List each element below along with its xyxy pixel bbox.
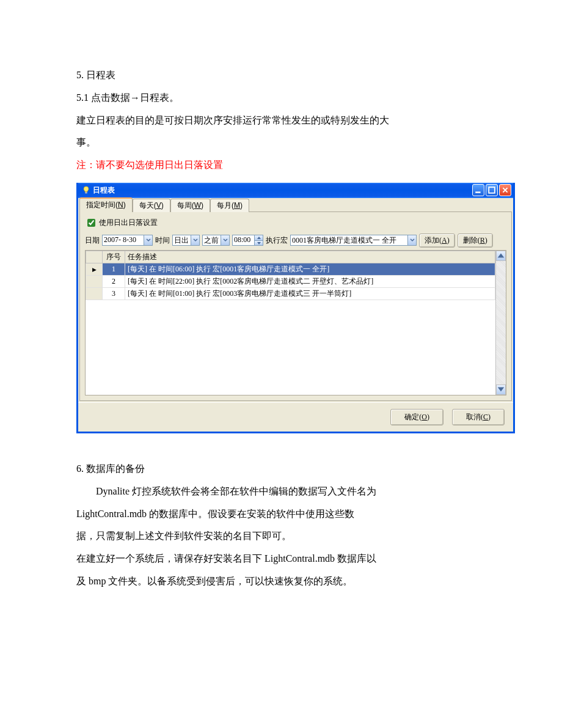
chevron-down-icon[interactable] — [407, 235, 417, 246]
tab-bar: 指定时间(N) 每天(V) 每周(W) 每月(M) — [78, 198, 513, 211]
heading-6: 6. 数据库的备份 — [76, 458, 489, 480]
spin-down-icon[interactable] — [254, 240, 263, 246]
row-indicator-icon — [86, 263, 103, 275]
svg-rect-1 — [475, 192, 480, 193]
section5-para1a: 建立日程表的目的是可按日期次序安排运行常常性发生的或特别发生的大 — [76, 109, 489, 132]
macro-select[interactable]: 0001客房电梯厅走道模式一 全开 — [290, 235, 417, 246]
spin-up-icon[interactable] — [254, 235, 263, 240]
col-desc[interactable]: 任务描述 — [125, 251, 495, 263]
section5-para1b: 事。 — [76, 131, 489, 154]
dialog-footer: 确定(O) 取消(C) — [78, 402, 513, 432]
vertical-scrollbar[interactable] — [495, 251, 506, 395]
date-picker[interactable]: 2007- 8-30 — [102, 235, 153, 246]
ok-button[interactable]: 确定(O) — [390, 409, 443, 425]
table-row[interactable]: 2 [每天] 在 时间[22:00] 执行 宏[0002客房电梯厅走道模式二 开… — [86, 275, 495, 287]
col-seq[interactable]: 序号 — [103, 251, 125, 263]
chevron-down-icon[interactable] — [191, 235, 200, 246]
tab-content: 使用日出日落设置 日期 2007- 8-30 时间 日出 之前 — [79, 211, 512, 401]
task-grid: 序号 任务描述 1 [每天] 在 时间[06:00] 执行 宏[0001客房电梯… — [85, 250, 506, 395]
add-button[interactable]: 添加(A) — [419, 233, 455, 248]
chevron-down-icon[interactable] — [144, 235, 153, 246]
time-rel-select[interactable]: 之前 — [202, 235, 230, 246]
sunrise-sunset-label: 使用日出日落设置 — [99, 218, 158, 227]
time-kind-select[interactable]: 日出 — [172, 235, 200, 246]
scroll-down-icon[interactable] — [496, 384, 506, 395]
close-button[interactable] — [499, 184, 511, 196]
dialog-title: 日程表 — [93, 185, 472, 196]
titlebar[interactable]: 日程表 — [78, 183, 513, 198]
time-spinner[interactable]: 08:00 — [232, 235, 263, 246]
sunrise-sunset-checkbox[interactable] — [87, 219, 95, 227]
svg-rect-2 — [489, 188, 495, 194]
section5-note: 注：请不要勾选使用日出日落设置 — [76, 154, 489, 177]
svg-rect-0 — [85, 192, 87, 194]
maximize-button[interactable] — [486, 184, 498, 196]
section6-p1: Dynalite 灯控系统软件会将全部在软件中编辑的数据写入文件名为 — [76, 480, 489, 503]
table-row[interactable]: 3 [每天] 在 时间[01:00] 执行 宏[0003客房电梯厅走道模式三 开… — [86, 287, 495, 300]
tab-daily[interactable]: 每天(V) — [133, 199, 170, 212]
label-date: 日期 — [85, 235, 100, 246]
grid-header-row: 序号 任务描述 — [86, 251, 495, 263]
section6-p4: 在建立好一个系统后，请保存好安装名目下 LightContral.mdb 数据库… — [76, 548, 489, 570]
label-macro: 执行宏 — [266, 235, 288, 246]
chevron-down-icon[interactable] — [221, 235, 230, 246]
tab-specified-time[interactable]: 指定时间(N) — [79, 197, 133, 212]
heading-5: 5. 日程表 — [76, 64, 489, 87]
section6-p3: 据，只需复制上述文件到软件安装的名目下即可。 — [76, 525, 489, 548]
minimize-button[interactable] — [472, 184, 484, 196]
schedule-dialog: 日程表 指定时间(N) 每天(V) 每周(W) 每月(M) 使用日出日落设置 — [76, 183, 515, 433]
sunrise-checkbox-row: 使用日出日落设置 — [85, 217, 506, 229]
window-buttons — [472, 184, 511, 196]
bulb-icon — [82, 186, 90, 194]
form-row: 日期 2007- 8-30 时间 日出 之前 08 — [85, 233, 506, 248]
document-page: 5. 日程表 5.1 点击数据→日程表。 建立日程表的目的是可按日期次序安排运行… — [0, 0, 562, 728]
cancel-button[interactable]: 取消(C) — [452, 409, 505, 425]
delete-button[interactable]: 删除(R) — [458, 233, 493, 248]
tab-monthly[interactable]: 每月(M) — [210, 199, 249, 212]
section6-p5: 及 bmp 文件夹。以备系统受到侵害后，可以快速恢复你的系统。 — [76, 570, 489, 593]
section6-p2: LightContral.mdb 的数据库中。假设要在安装的软件中使用这些数 — [76, 503, 489, 526]
scroll-up-icon[interactable] — [496, 251, 506, 261]
label-time: 时间 — [155, 235, 170, 246]
tab-weekly[interactable]: 每周(W) — [170, 199, 210, 212]
scroll-track[interactable] — [496, 261, 506, 384]
heading-5-1: 5.1 点击数据→日程表。 — [76, 87, 489, 109]
table-row[interactable]: 1 [每天] 在 时间[06:00] 执行 宏[0001客房电梯厅走道模式一 全… — [86, 263, 495, 275]
row-header-blank — [86, 251, 103, 263]
